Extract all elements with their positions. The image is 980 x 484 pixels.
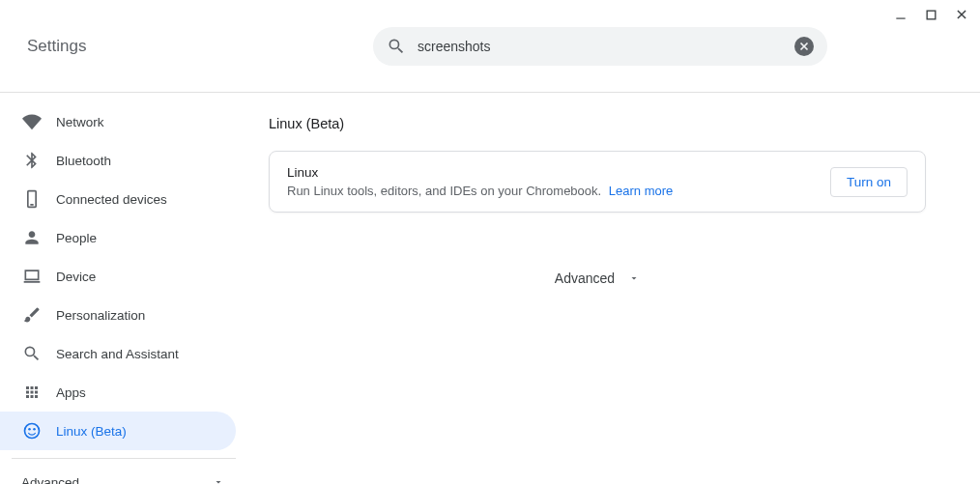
window-maximize-icon[interactable] [925,9,937,21]
sidebar-item-label: Personalization [56,308,145,323]
card-description: Run Linux tools, editors, and IDEs on yo… [287,184,673,198]
sidebar-item-device[interactable]: Device [0,257,236,296]
sidebar-item-label: Apps [56,385,86,400]
bluetooth-icon [21,150,43,171]
sidebar-item-label: Device [56,270,96,284]
sidebar-item-search-assistant[interactable]: Search and Assistant [0,334,236,373]
linux-icon [21,420,43,441]
page-title: Settings [27,37,373,56]
clear-search-icon[interactable] [794,37,814,56]
sidebar-item-label: Connected devices [56,192,167,207]
chevron-down-icon [213,476,224,484]
linux-card: Linux Run Linux tools, editors, and IDEs… [269,151,926,213]
sidebar-item-personalization[interactable]: Personalization [0,296,236,334]
learn-more-link[interactable]: Learn more [609,184,673,198]
svg-point-4 [33,428,36,431]
window-minimize-icon[interactable] [894,8,908,21]
phone-icon [21,188,43,210]
sidebar-advanced-label: Advanced [21,475,79,485]
main-content: Linux (Beta) Linux Run Linux tools, edit… [251,93,980,484]
sidebar-item-bluetooth[interactable]: Bluetooth [0,141,236,180]
window-close-icon[interactable] [955,8,968,21]
sidebar: Network Bluetooth Connected devices Peop… [0,93,251,484]
section-title: Linux (Beta) [269,116,926,151]
sidebar-item-label: Search and Assistant [56,347,179,361]
chevron-down-icon [628,272,640,284]
search-icon [387,37,406,56]
sidebar-item-linux-beta[interactable]: Linux (Beta) [0,412,236,450]
sidebar-item-label: Bluetooth [56,154,111,168]
sidebar-item-connected-devices[interactable]: Connected devices [0,180,236,218]
person-icon [21,227,43,248]
turn-on-button[interactable]: Turn on [830,167,908,197]
advanced-toggle[interactable]: Advanced [269,270,926,286]
apps-grid-icon [21,382,43,403]
sidebar-separator [12,458,236,459]
search-box[interactable] [373,27,827,66]
sidebar-item-label: People [56,231,97,245]
laptop-icon [21,266,43,287]
card-title: Linux [287,165,673,180]
sidebar-item-people[interactable]: People [0,218,236,257]
advanced-toggle-label: Advanced [555,270,615,286]
sidebar-advanced-toggle[interactable]: Advanced [0,463,251,484]
sidebar-item-network[interactable]: Network [0,102,236,141]
search-icon [21,343,43,364]
window-controls [894,8,968,21]
wifi-icon [21,111,43,132]
sidebar-item-label: Network [56,115,104,129]
header: Settings [0,0,980,93]
search-input[interactable] [406,39,794,54]
svg-point-3 [28,428,31,431]
sidebar-item-label: Linux (Beta) [56,424,127,439]
svg-rect-0 [896,18,905,19]
svg-rect-1 [927,11,936,19]
svg-point-2 [25,424,40,439]
brush-icon [21,304,43,326]
sidebar-item-apps[interactable]: Apps [0,373,236,412]
